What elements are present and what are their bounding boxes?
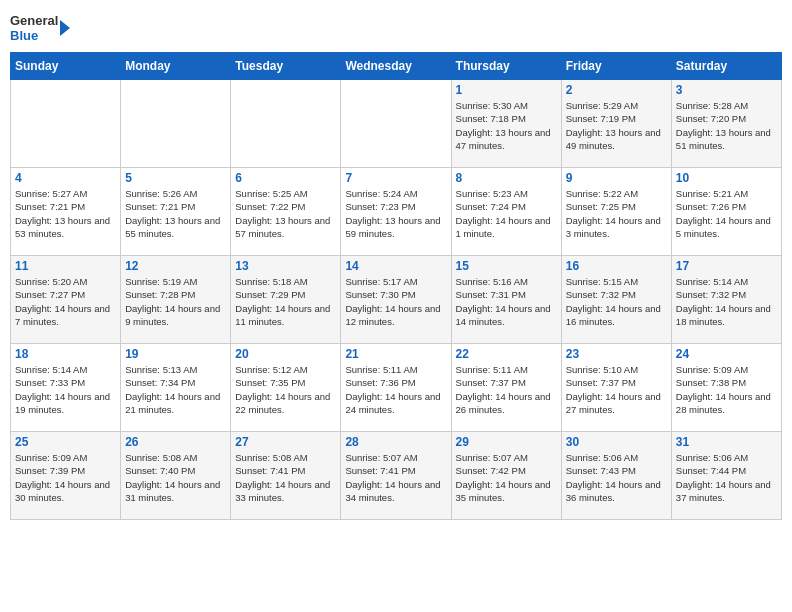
calendar-header: SundayMondayTuesdayWednesdayThursdayFrid… — [11, 53, 782, 80]
day-info: Sunrise: 5:09 AMSunset: 7:38 PMDaylight:… — [676, 363, 777, 416]
day-info: Sunrise: 5:12 AMSunset: 7:35 PMDaylight:… — [235, 363, 336, 416]
day-number: 22 — [456, 347, 557, 361]
day-info: Sunrise: 5:28 AMSunset: 7:20 PMDaylight:… — [676, 99, 777, 152]
day-number: 26 — [125, 435, 226, 449]
day-number: 13 — [235, 259, 336, 273]
calendar-cell: 6Sunrise: 5:25 AMSunset: 7:22 PMDaylight… — [231, 168, 341, 256]
calendar-cell: 27Sunrise: 5:08 AMSunset: 7:41 PMDayligh… — [231, 432, 341, 520]
calendar-cell: 8Sunrise: 5:23 AMSunset: 7:24 PMDaylight… — [451, 168, 561, 256]
day-number: 21 — [345, 347, 446, 361]
day-info: Sunrise: 5:13 AMSunset: 7:34 PMDaylight:… — [125, 363, 226, 416]
calendar-cell: 18Sunrise: 5:14 AMSunset: 7:33 PMDayligh… — [11, 344, 121, 432]
day-number: 16 — [566, 259, 667, 273]
day-info: Sunrise: 5:22 AMSunset: 7:25 PMDaylight:… — [566, 187, 667, 240]
day-number: 9 — [566, 171, 667, 185]
calendar-cell: 2Sunrise: 5:29 AMSunset: 7:19 PMDaylight… — [561, 80, 671, 168]
header-day-friday: Friday — [561, 53, 671, 80]
calendar-cell: 10Sunrise: 5:21 AMSunset: 7:26 PMDayligh… — [671, 168, 781, 256]
calendar-cell: 23Sunrise: 5:10 AMSunset: 7:37 PMDayligh… — [561, 344, 671, 432]
day-info: Sunrise: 5:18 AMSunset: 7:29 PMDaylight:… — [235, 275, 336, 328]
calendar-cell: 25Sunrise: 5:09 AMSunset: 7:39 PMDayligh… — [11, 432, 121, 520]
calendar-cell: 11Sunrise: 5:20 AMSunset: 7:27 PMDayligh… — [11, 256, 121, 344]
calendar-week-1: 1Sunrise: 5:30 AMSunset: 7:18 PMDaylight… — [11, 80, 782, 168]
day-info: Sunrise: 5:07 AMSunset: 7:42 PMDaylight:… — [456, 451, 557, 504]
calendar-cell: 17Sunrise: 5:14 AMSunset: 7:32 PMDayligh… — [671, 256, 781, 344]
day-info: Sunrise: 5:08 AMSunset: 7:40 PMDaylight:… — [125, 451, 226, 504]
logo: GeneralBlue — [10, 10, 70, 46]
calendar-cell: 7Sunrise: 5:24 AMSunset: 7:23 PMDaylight… — [341, 168, 451, 256]
calendar-cell: 15Sunrise: 5:16 AMSunset: 7:31 PMDayligh… — [451, 256, 561, 344]
calendar-cell: 29Sunrise: 5:07 AMSunset: 7:42 PMDayligh… — [451, 432, 561, 520]
day-info: Sunrise: 5:07 AMSunset: 7:41 PMDaylight:… — [345, 451, 446, 504]
day-info: Sunrise: 5:17 AMSunset: 7:30 PMDaylight:… — [345, 275, 446, 328]
day-info: Sunrise: 5:11 AMSunset: 7:37 PMDaylight:… — [456, 363, 557, 416]
day-info: Sunrise: 5:16 AMSunset: 7:31 PMDaylight:… — [456, 275, 557, 328]
day-number: 5 — [125, 171, 226, 185]
calendar-cell: 5Sunrise: 5:26 AMSunset: 7:21 PMDaylight… — [121, 168, 231, 256]
day-info: Sunrise: 5:25 AMSunset: 7:22 PMDaylight:… — [235, 187, 336, 240]
header-day-sunday: Sunday — [11, 53, 121, 80]
day-number: 24 — [676, 347, 777, 361]
calendar-week-3: 11Sunrise: 5:20 AMSunset: 7:27 PMDayligh… — [11, 256, 782, 344]
day-number: 18 — [15, 347, 116, 361]
calendar-cell: 14Sunrise: 5:17 AMSunset: 7:30 PMDayligh… — [341, 256, 451, 344]
calendar-cell: 26Sunrise: 5:08 AMSunset: 7:40 PMDayligh… — [121, 432, 231, 520]
calendar-body: 1Sunrise: 5:30 AMSunset: 7:18 PMDaylight… — [11, 80, 782, 520]
day-info: Sunrise: 5:08 AMSunset: 7:41 PMDaylight:… — [235, 451, 336, 504]
header-day-tuesday: Tuesday — [231, 53, 341, 80]
calendar-cell: 24Sunrise: 5:09 AMSunset: 7:38 PMDayligh… — [671, 344, 781, 432]
calendar-cell: 21Sunrise: 5:11 AMSunset: 7:36 PMDayligh… — [341, 344, 451, 432]
calendar-cell: 30Sunrise: 5:06 AMSunset: 7:43 PMDayligh… — [561, 432, 671, 520]
calendar-week-5: 25Sunrise: 5:09 AMSunset: 7:39 PMDayligh… — [11, 432, 782, 520]
day-number: 2 — [566, 83, 667, 97]
calendar-cell: 22Sunrise: 5:11 AMSunset: 7:37 PMDayligh… — [451, 344, 561, 432]
day-info: Sunrise: 5:09 AMSunset: 7:39 PMDaylight:… — [15, 451, 116, 504]
day-number: 8 — [456, 171, 557, 185]
calendar-cell: 16Sunrise: 5:15 AMSunset: 7:32 PMDayligh… — [561, 256, 671, 344]
day-number: 29 — [456, 435, 557, 449]
day-number: 12 — [125, 259, 226, 273]
calendar-cell: 4Sunrise: 5:27 AMSunset: 7:21 PMDaylight… — [11, 168, 121, 256]
day-info: Sunrise: 5:20 AMSunset: 7:27 PMDaylight:… — [15, 275, 116, 328]
day-number: 7 — [345, 171, 446, 185]
day-info: Sunrise: 5:06 AMSunset: 7:43 PMDaylight:… — [566, 451, 667, 504]
day-number: 15 — [456, 259, 557, 273]
day-number: 1 — [456, 83, 557, 97]
calendar-cell: 20Sunrise: 5:12 AMSunset: 7:35 PMDayligh… — [231, 344, 341, 432]
day-info: Sunrise: 5:27 AMSunset: 7:21 PMDaylight:… — [15, 187, 116, 240]
calendar-cell: 28Sunrise: 5:07 AMSunset: 7:41 PMDayligh… — [341, 432, 451, 520]
calendar-cell: 1Sunrise: 5:30 AMSunset: 7:18 PMDaylight… — [451, 80, 561, 168]
svg-text:Blue: Blue — [10, 28, 38, 43]
day-number: 23 — [566, 347, 667, 361]
day-info: Sunrise: 5:15 AMSunset: 7:32 PMDaylight:… — [566, 275, 667, 328]
day-info: Sunrise: 5:23 AMSunset: 7:24 PMDaylight:… — [456, 187, 557, 240]
logo-svg: GeneralBlue — [10, 10, 70, 46]
calendar-cell — [341, 80, 451, 168]
calendar-cell: 19Sunrise: 5:13 AMSunset: 7:34 PMDayligh… — [121, 344, 231, 432]
day-info: Sunrise: 5:14 AMSunset: 7:33 PMDaylight:… — [15, 363, 116, 416]
day-info: Sunrise: 5:21 AMSunset: 7:26 PMDaylight:… — [676, 187, 777, 240]
day-number: 6 — [235, 171, 336, 185]
calendar-cell: 3Sunrise: 5:28 AMSunset: 7:20 PMDaylight… — [671, 80, 781, 168]
header-row: SundayMondayTuesdayWednesdayThursdayFrid… — [11, 53, 782, 80]
day-number: 19 — [125, 347, 226, 361]
day-info: Sunrise: 5:29 AMSunset: 7:19 PMDaylight:… — [566, 99, 667, 152]
calendar-table: SundayMondayTuesdayWednesdayThursdayFrid… — [10, 52, 782, 520]
calendar-cell: 12Sunrise: 5:19 AMSunset: 7:28 PMDayligh… — [121, 256, 231, 344]
day-number: 10 — [676, 171, 777, 185]
header-day-monday: Monday — [121, 53, 231, 80]
svg-text:General: General — [10, 13, 58, 28]
header-day-thursday: Thursday — [451, 53, 561, 80]
day-info: Sunrise: 5:06 AMSunset: 7:44 PMDaylight:… — [676, 451, 777, 504]
day-info: Sunrise: 5:14 AMSunset: 7:32 PMDaylight:… — [676, 275, 777, 328]
day-number: 25 — [15, 435, 116, 449]
calendar-cell — [11, 80, 121, 168]
day-info: Sunrise: 5:11 AMSunset: 7:36 PMDaylight:… — [345, 363, 446, 416]
calendar-week-4: 18Sunrise: 5:14 AMSunset: 7:33 PMDayligh… — [11, 344, 782, 432]
calendar-week-2: 4Sunrise: 5:27 AMSunset: 7:21 PMDaylight… — [11, 168, 782, 256]
calendar-cell: 31Sunrise: 5:06 AMSunset: 7:44 PMDayligh… — [671, 432, 781, 520]
day-number: 3 — [676, 83, 777, 97]
day-number: 17 — [676, 259, 777, 273]
calendar-cell: 9Sunrise: 5:22 AMSunset: 7:25 PMDaylight… — [561, 168, 671, 256]
day-info: Sunrise: 5:19 AMSunset: 7:28 PMDaylight:… — [125, 275, 226, 328]
